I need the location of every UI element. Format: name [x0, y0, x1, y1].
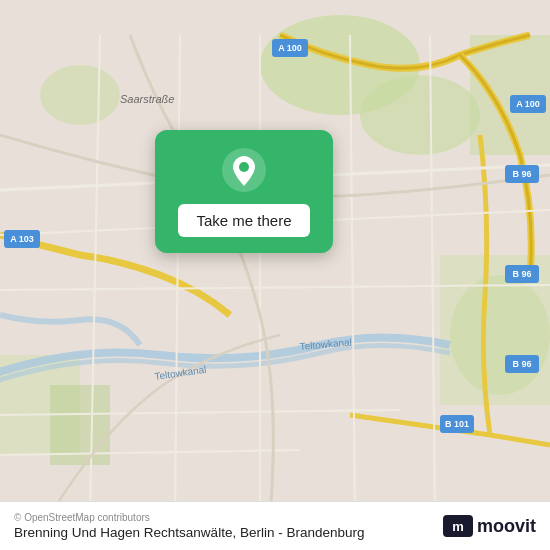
- moovit-logo: m moovit: [443, 515, 536, 537]
- svg-text:m: m: [452, 519, 464, 534]
- location-card: Take me there: [155, 130, 333, 253]
- bottom-info: © OpenStreetMap contributors Brenning Un…: [14, 512, 364, 540]
- svg-text:B 96: B 96: [512, 359, 531, 369]
- svg-point-37: [239, 162, 249, 172]
- map-container: A 100 A 100 A 103 B 96 B 96 B 96 B 101 S…: [0, 0, 550, 550]
- take-me-there-button[interactable]: Take me there: [178, 204, 309, 237]
- svg-point-6: [450, 275, 550, 395]
- svg-text:Saarstraße: Saarstraße: [120, 93, 174, 105]
- svg-text:B 96: B 96: [512, 269, 531, 279]
- svg-text:A 103: A 103: [10, 234, 34, 244]
- svg-text:B 101: B 101: [445, 419, 469, 429]
- svg-text:A 100: A 100: [516, 99, 540, 109]
- svg-text:B 96: B 96: [512, 169, 531, 179]
- location-pin-icon: [222, 148, 266, 192]
- svg-point-4: [40, 65, 120, 125]
- place-name: Brenning Und Hagen Rechtsanwälte, Berlin…: [14, 525, 364, 540]
- moovit-icon: m: [443, 515, 473, 537]
- copyright-text: © OpenStreetMap contributors: [14, 512, 364, 523]
- svg-point-2: [360, 75, 480, 155]
- map-svg: A 100 A 100 A 103 B 96 B 96 B 96 B 101 S…: [0, 0, 550, 550]
- bottom-bar: © OpenStreetMap contributors Brenning Un…: [0, 501, 550, 550]
- svg-text:A 100: A 100: [278, 43, 302, 53]
- moovit-brand-text: moovit: [477, 516, 536, 537]
